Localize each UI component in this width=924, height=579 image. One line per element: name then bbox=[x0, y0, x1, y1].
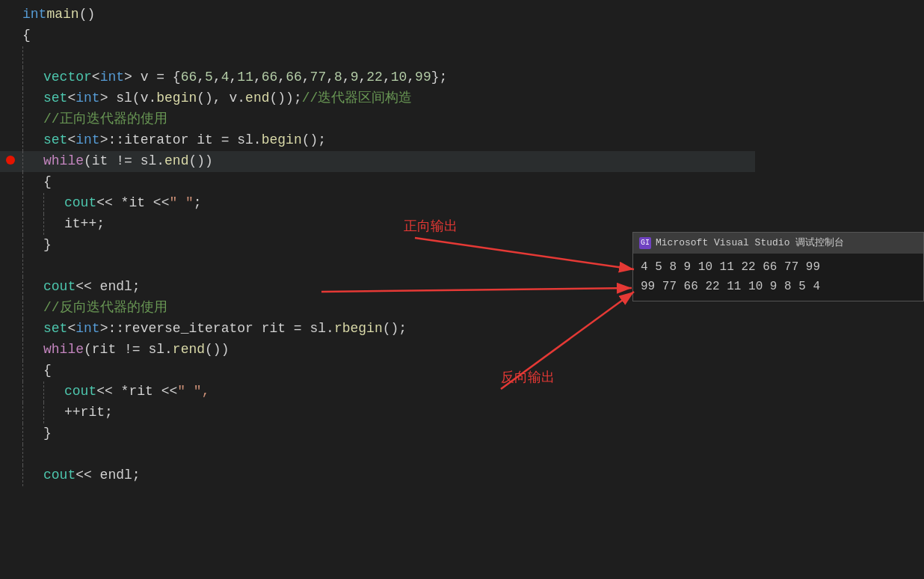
token: , bbox=[302, 67, 310, 88]
token: end bbox=[164, 151, 188, 172]
token: begin bbox=[156, 88, 197, 109]
code-line: while (rit != sl.rend()) bbox=[0, 340, 755, 361]
token: it++; bbox=[64, 214, 105, 235]
code-line: int main() bbox=[0, 4, 755, 25]
console-line1: 4 5 8 9 10 11 22 66 77 99 bbox=[641, 258, 916, 278]
token: (rit != sl. bbox=[84, 340, 173, 361]
token: 9 bbox=[351, 67, 359, 88]
indent-guide bbox=[43, 193, 64, 214]
token: , bbox=[213, 67, 221, 88]
code-line bbox=[0, 46, 755, 67]
token: (); bbox=[383, 319, 407, 340]
indent-guide bbox=[22, 151, 43, 172]
code-line bbox=[0, 444, 755, 465]
code-tokens: cout << *rit << " ", bbox=[64, 382, 209, 402]
indent-guide bbox=[22, 319, 43, 340]
token: , bbox=[197, 67, 205, 88]
token: int bbox=[76, 130, 99, 151]
indent-guide bbox=[22, 382, 43, 402]
token: << *it << bbox=[96, 193, 169, 214]
token: cout bbox=[64, 382, 96, 402]
token: >::reverse_iterator rit = sl. bbox=[100, 319, 334, 340]
token: cout bbox=[64, 193, 96, 214]
indent-guide bbox=[22, 423, 43, 444]
token: 5 bbox=[205, 67, 213, 88]
token: (); bbox=[302, 130, 326, 151]
code-tokens: { bbox=[43, 361, 52, 382]
code-tokens: //反向迭代器的使用 bbox=[43, 298, 167, 319]
token: << *rit << bbox=[96, 382, 177, 402]
token: begin bbox=[262, 130, 302, 151]
code-line: { bbox=[0, 25, 755, 46]
code-tokens: cout << endl; bbox=[43, 277, 141, 298]
console-title: Microsoft Visual Studio 调试控制台 bbox=[656, 236, 844, 251]
token: { bbox=[43, 172, 52, 193]
token: 4 bbox=[221, 67, 230, 88]
token: rbegin bbox=[334, 319, 383, 340]
token: set bbox=[43, 88, 67, 109]
indent-guide bbox=[22, 67, 43, 88]
code-tokens: while (it != sl.end()) bbox=[43, 151, 213, 172]
breakpoint-indicator bbox=[6, 156, 15, 165]
code-tokens: //正向迭代器的使用 bbox=[43, 109, 167, 130]
code-tokens: it++; bbox=[64, 214, 105, 235]
token: < bbox=[92, 67, 100, 88]
token: int bbox=[76, 88, 99, 109]
token: , bbox=[277, 67, 286, 88]
token: , bbox=[358, 67, 366, 88]
token: ()) bbox=[205, 340, 229, 361]
token: { bbox=[43, 361, 52, 382]
token: << endl; bbox=[76, 465, 140, 486]
code-line: { bbox=[0, 172, 755, 193]
indent-guide bbox=[22, 298, 43, 319]
token: << endl; bbox=[76, 277, 140, 298]
indent-guide bbox=[22, 277, 43, 298]
indent-guide bbox=[22, 256, 43, 277]
token: { bbox=[22, 25, 31, 46]
token: int bbox=[100, 67, 124, 88]
code-line: cout << endl; bbox=[0, 465, 755, 486]
token: set bbox=[43, 130, 67, 151]
token: int bbox=[22, 4, 46, 25]
token: 99 bbox=[415, 67, 431, 88]
token: < bbox=[67, 130, 76, 151]
token: " " bbox=[169, 193, 193, 214]
token: , bbox=[230, 67, 238, 88]
code-line: set<int>::reverse_iterator rit = sl.rbeg… bbox=[0, 319, 755, 340]
indent-guide bbox=[43, 214, 64, 235]
code-line: cout << *rit << " ", bbox=[0, 382, 755, 402]
token: //反向迭代器的使用 bbox=[43, 298, 167, 319]
code-tokens: while (rit != sl.rend()) bbox=[43, 340, 229, 361]
code-line: } bbox=[0, 423, 755, 444]
vs-icon-text: GI bbox=[641, 237, 650, 249]
console-window: GI Microsoft Visual Studio 调试控制台 4 5 8 9… bbox=[632, 232, 924, 301]
indent-guide bbox=[43, 402, 64, 423]
token: main bbox=[46, 4, 78, 25]
code-line: ++rit; bbox=[0, 402, 755, 423]
token: cout bbox=[43, 465, 76, 486]
token: }; bbox=[431, 67, 448, 88]
code-tokens: cout << *it << " "; bbox=[64, 193, 202, 214]
token: 66 bbox=[181, 67, 197, 88]
token: > v = { bbox=[124, 67, 181, 88]
indent-guide bbox=[22, 444, 43, 465]
token: ()); bbox=[269, 88, 301, 109]
token: 10 bbox=[391, 67, 407, 88]
console-line2: 99 77 66 22 11 10 9 8 5 4 bbox=[641, 278, 916, 297]
indent-guide bbox=[22, 130, 43, 151]
code-line: set<int>::iterator it = sl.begin(); bbox=[0, 130, 755, 151]
console-content: 4 5 8 9 10 11 22 66 77 99 99 77 66 22 11… bbox=[633, 254, 923, 301]
indent-guide bbox=[22, 88, 43, 109]
indent-guide bbox=[43, 382, 64, 402]
indent-guide bbox=[22, 361, 43, 382]
token: , bbox=[342, 67, 351, 88]
token: , bbox=[326, 67, 334, 88]
code-line: //正向迭代器的使用 bbox=[0, 109, 755, 130]
code-tokens: ++rit; bbox=[64, 402, 113, 423]
token: >::iterator it = sl. bbox=[100, 130, 262, 151]
indent-guide bbox=[22, 402, 43, 423]
token: while bbox=[43, 151, 84, 172]
console-titlebar: GI Microsoft Visual Studio 调试控制台 bbox=[633, 233, 923, 254]
code-tokens: set<int>::reverse_iterator rit = sl.rbeg… bbox=[43, 319, 407, 340]
token: int bbox=[76, 319, 99, 340]
